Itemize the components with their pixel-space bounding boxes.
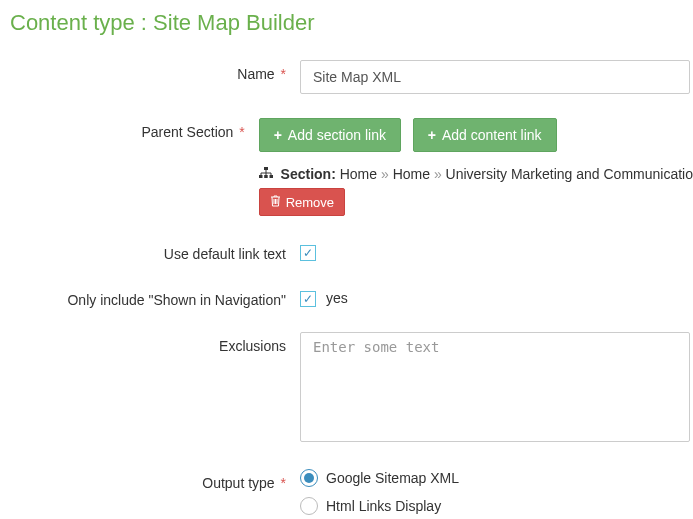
remove-label: Remove [286, 195, 334, 210]
svg-rect-0 [264, 167, 268, 170]
required-marker: * [281, 66, 286, 82]
name-input[interactable] [300, 60, 690, 94]
plus-icon: + [274, 127, 282, 143]
sitemap-icon [259, 166, 277, 182]
svg-rect-3 [269, 175, 273, 178]
shown-in-nav-checkbox[interactable]: ✓ [300, 291, 316, 307]
plus-icon: + [428, 127, 436, 143]
label-shown-in-nav: Only include "Shown in Navigation" [10, 286, 300, 308]
row-parent-section: Parent Section * + Add section link + Ad… [10, 118, 693, 216]
label-exclusions: Exclusions [10, 332, 300, 354]
add-content-button[interactable]: + Add content link [413, 118, 557, 152]
label-output-type: Output type * [10, 469, 300, 491]
row-shown-in-nav: Only include "Shown in Navigation" ✓ yes [10, 286, 693, 308]
row-exclusions: Exclusions [10, 332, 693, 445]
required-marker: * [281, 475, 286, 491]
row-output-type: Output type * Google Sitemap XML Html Li… [10, 469, 693, 519]
radio-selected[interactable] [300, 469, 318, 487]
exclusions-textarea[interactable] [300, 332, 690, 442]
add-section-button[interactable]: + Add section link [259, 118, 401, 152]
output-option-0[interactable]: Google Sitemap XML [300, 469, 693, 487]
output-option-label: Html Links Display [326, 498, 441, 514]
default-link-checkbox[interactable]: ✓ [300, 245, 316, 261]
row-name: Name * [10, 60, 693, 94]
row-default-link: Use default link text ✓ [10, 240, 693, 262]
section-breadcrumb: Section: Home » Home » University Market… [259, 166, 693, 182]
radio-dot-icon [304, 473, 314, 483]
remove-button[interactable]: Remove [259, 188, 345, 216]
page-title: Content type : Site Map Builder [10, 10, 693, 36]
breadcrumb-separator: » [381, 166, 393, 182]
required-marker: * [239, 124, 244, 140]
svg-rect-2 [264, 175, 268, 178]
radio-unselected[interactable] [300, 497, 318, 515]
svg-rect-1 [259, 175, 263, 178]
label-name-text: Name [237, 66, 274, 82]
add-content-label: Add content link [442, 127, 542, 143]
section-prefix: Section: [281, 166, 336, 182]
output-option-1[interactable]: Html Links Display [300, 497, 693, 515]
breadcrumb-part: Home [393, 166, 430, 182]
trash-icon [270, 195, 281, 210]
label-output-type-text: Output type [202, 475, 274, 491]
breadcrumb-part: Home [340, 166, 377, 182]
shown-in-nav-option: yes [326, 290, 348, 306]
label-name: Name * [10, 60, 300, 82]
label-default-link: Use default link text [10, 240, 300, 262]
output-option-label: Google Sitemap XML [326, 470, 459, 486]
breadcrumb-part: University Marketing and Communicatio [446, 166, 693, 182]
add-section-label: Add section link [288, 127, 386, 143]
breadcrumb-separator: » [434, 166, 446, 182]
label-parent-section: Parent Section * [10, 118, 259, 140]
label-parent-section-text: Parent Section [141, 124, 233, 140]
